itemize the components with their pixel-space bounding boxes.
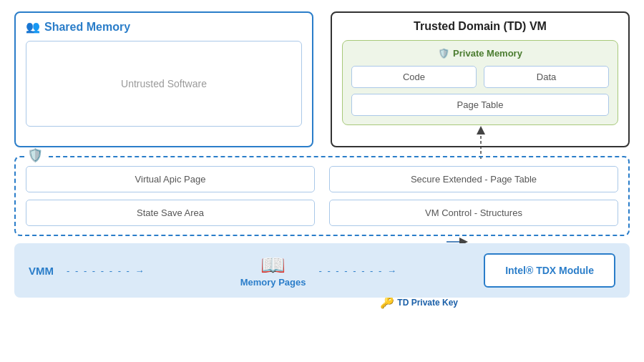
middle-left: Virtual Apic Page State Save Area (26, 166, 315, 226)
untrusted-inner-box: Untrusted Software (26, 41, 302, 127)
shield-green-icon: 🛡️ (438, 48, 449, 59)
code-data-row: Code Data (351, 66, 609, 88)
vm-control-box: VM Control - Structures (329, 200, 618, 226)
td-vm-box: Trusted Domain (TD) VM 🛡️ Private Memory… (331, 11, 630, 147)
memory-pages-label: Memory Pages (240, 277, 306, 288)
data-label: Data (537, 72, 556, 82)
shared-memory-label: Shared Memory (44, 21, 130, 34)
private-memory-title: 🛡️ Private Memory (351, 48, 609, 59)
book-icon: 📖 (260, 253, 286, 277)
code-box: Code (351, 66, 477, 88)
state-save-box: State Save Area (26, 200, 315, 226)
secure-ept-box: Secure Extended - Page Table (329, 166, 618, 192)
data-box: Data (484, 66, 609, 88)
untrusted-label: Untrusted Software (121, 78, 207, 89)
intel-tdx-box: Intel® TDX Module (484, 253, 615, 288)
intel-tdx-label: Intel® TDX Module (505, 265, 594, 276)
td-vm-title: Trusted Domain (TD) VM (342, 20, 618, 33)
bottom-row: VMM - - - - - - - - → 📖 Memory Pages - -… (14, 243, 630, 298)
arrow-2: - - - - - - - - → (318, 265, 479, 276)
people-icon: 👥 (26, 20, 40, 34)
code-label: Code (403, 72, 425, 82)
middle-dashed-section: 🛡️ Virtual Apic Page State Save Area Sec… (14, 156, 630, 236)
virtual-apic-box: Virtual Apic Page (26, 166, 315, 192)
page-table-label: Page Table (457, 99, 504, 110)
top-row: 👥 Shared Memory Untrusted Software Trust… (14, 11, 630, 147)
middle-right: Secure Extended - Page Table VM Control … (329, 166, 618, 226)
shared-memory-box: 👥 Shared Memory Untrusted Software (14, 11, 313, 147)
private-memory-box: 🛡️ Private Memory Code Data Page Table (342, 40, 618, 125)
private-memory-label: Private Memory (453, 48, 522, 59)
arrow-1: - - - - - - - - → (67, 265, 228, 276)
shared-memory-title: 👥 Shared Memory (26, 20, 302, 34)
diagram: 👥 Shared Memory Untrusted Software Trust… (0, 0, 644, 362)
key-label: TD Private Key (397, 298, 458, 308)
shield-dashed-icon: 🛡️ (24, 147, 46, 163)
vmm-label: VMM (29, 265, 54, 277)
page-table-box: Page Table (351, 94, 609, 116)
memory-pages-block: 📖 Memory Pages (240, 253, 306, 288)
